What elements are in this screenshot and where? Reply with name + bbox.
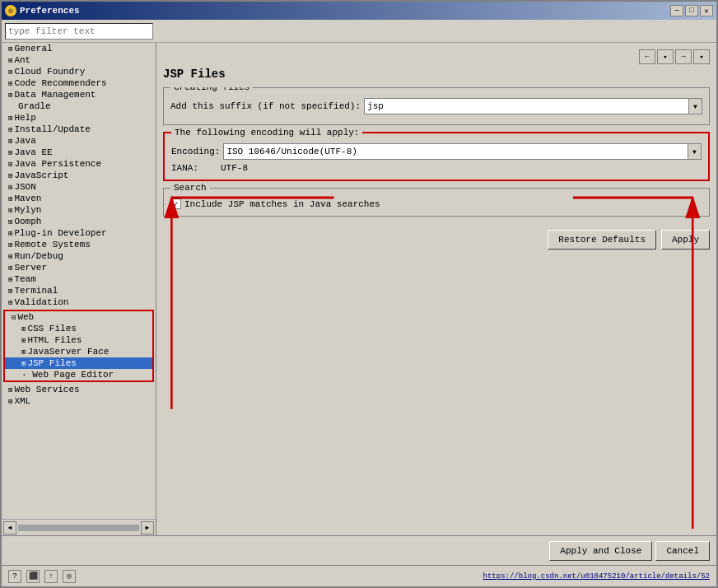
sidebar-item-java[interactable]: ⊞Java bbox=[2, 135, 156, 147]
apply-button[interactable]: Apply bbox=[661, 230, 710, 250]
sidebar-item-server[interactable]: ⊞Server bbox=[2, 262, 156, 273]
sidebar-item-general[interactable]: ⊞General bbox=[2, 43, 156, 54]
sidebar-item-javascript[interactable]: ⊞JavaScript bbox=[2, 170, 156, 181]
restore-defaults-button[interactable]: Restore Defaults bbox=[548, 230, 656, 250]
encoding-value: ISO 10646/Unicode(UTF-8) bbox=[224, 146, 688, 157]
suffix-label: Add this suffix (if not specified): bbox=[170, 101, 361, 111]
close-button[interactable]: ✕ bbox=[700, 5, 713, 16]
sidebar-item-jsp-files[interactable]: ⊞JSP Files bbox=[5, 357, 152, 369]
encoding-label: Encoding: bbox=[171, 147, 220, 156]
scroll-right-button[interactable]: ▶ bbox=[141, 521, 154, 534]
sidebar-item-oomph[interactable]: ⊞Oomph bbox=[2, 216, 156, 227]
creating-files-section: Creating files Add this suffix (if not s… bbox=[163, 87, 710, 125]
sidebar-item-css-files[interactable]: ⊞CSS Files bbox=[5, 323, 152, 334]
creating-files-content: Add this suffix (if not specified): jsp … bbox=[170, 98, 702, 114]
sidebar-item-web-services[interactable]: ⊞Web Services bbox=[2, 384, 156, 395]
sidebar-item-gradle[interactable]: Gradle bbox=[2, 100, 156, 112]
apply-and-close-button[interactable]: Apply and Close bbox=[549, 541, 652, 561]
search-checkbox-row: ✓ Include JSP matches in Java searches bbox=[170, 198, 702, 209]
right-content: Creating files Add this suffix (if not s… bbox=[163, 87, 710, 529]
sidebar-item-web-page-editor[interactable]: · Web Page Editor bbox=[5, 369, 152, 380]
sidebar-item-javaserver-face[interactable]: ⊞JavaServer Face bbox=[5, 346, 152, 357]
sidebar-item-install-update[interactable]: ⊞Install/Update bbox=[2, 124, 156, 135]
creating-files-legend: Creating files bbox=[170, 87, 253, 92]
sidebar-item-validation[interactable]: ⊞Validation bbox=[2, 296, 156, 308]
back-button[interactable]: ← bbox=[639, 49, 655, 64]
titlebar: ⚙ Preferences ─ □ ✕ bbox=[2, 2, 716, 20]
main-area: ⊞General ⊞Ant ⊞Cloud Foundry ⊞Code Recom… bbox=[2, 43, 716, 535]
tree-area: ⊞General ⊞Ant ⊞Cloud Foundry ⊞Code Recom… bbox=[2, 43, 156, 519]
iana-value: UTF-8 bbox=[221, 163, 248, 173]
suffix-row: Add this suffix (if not specified): jsp … bbox=[170, 98, 702, 114]
encoding-content: Encoding: ISO 10646/Unicode(UTF-8) ▼ IAN… bbox=[171, 143, 702, 173]
sidebar-item-terminal[interactable]: ⊞Terminal bbox=[2, 285, 156, 296]
window-title: Preferences bbox=[20, 6, 80, 16]
iana-row: IANA: UTF-8 bbox=[171, 163, 702, 173]
panel-title: JSP Files bbox=[163, 68, 710, 81]
window-icon: ⚙ bbox=[5, 5, 16, 16]
sidebar-item-web[interactable]: ⊟Web bbox=[5, 311, 152, 323]
search-legend: Search bbox=[170, 183, 210, 193]
minimize-button[interactable]: ─ bbox=[670, 5, 683, 16]
nav-button[interactable]: → bbox=[675, 49, 692, 64]
sidebar-item-ant[interactable]: ⊞Ant bbox=[2, 54, 156, 66]
bottom-bar: Apply and Close Cancel bbox=[2, 535, 716, 565]
sidebar-item-cloud-foundry[interactable]: ⊞Cloud Foundry bbox=[2, 66, 156, 77]
help-icon[interactable]: ? bbox=[8, 570, 21, 583]
search-section: Search ✓ Include JSP matches in Java sea… bbox=[163, 188, 710, 217]
titlebar-buttons: ─ □ ✕ bbox=[670, 5, 713, 16]
encoding-row: Encoding: ISO 10646/Unicode(UTF-8) ▼ bbox=[171, 143, 702, 160]
sidebar-item-xml[interactable]: ⊞XML bbox=[2, 395, 156, 407]
web-highlight-box: ⊟Web ⊞CSS Files ⊞HTML Files ⊞JavaServer … bbox=[3, 310, 154, 382]
scroll-track[interactable] bbox=[18, 525, 139, 531]
status-url: https://blog.csdn.net/u010475210/article… bbox=[483, 572, 710, 581]
sidebar-item-maven[interactable]: ⊞Maven bbox=[2, 193, 156, 204]
search-checkbox-label: Include JSP matches in Java searches bbox=[184, 199, 380, 209]
preferences-window: ⚙ Preferences ─ □ ✕ ⊞General ⊞Ant ⊞Cloud… bbox=[0, 0, 718, 588]
status-icon-2[interactable]: ⬛ bbox=[26, 570, 40, 583]
left-panel: ⊞General ⊞Ant ⊞Cloud Foundry ⊞Code Recom… bbox=[2, 43, 156, 535]
right-panel: ← ▾ → ▾ JSP Files bbox=[156, 43, 716, 535]
status-icon-3[interactable]: ↑ bbox=[44, 570, 58, 583]
encoding-legend: The following encoding will apply: bbox=[171, 128, 362, 138]
scroll-left-button[interactable]: ◀ bbox=[3, 521, 16, 534]
encoding-section: The following encoding will apply: Encod… bbox=[163, 132, 710, 181]
nav-dropdown-button2[interactable]: ▾ bbox=[693, 49, 710, 64]
encoding-select-wrapper: ISO 10646/Unicode(UTF-8) ▼ bbox=[223, 143, 702, 160]
toolbar: ← ▾ → ▾ bbox=[163, 49, 710, 64]
search-checkbox[interactable]: ✓ bbox=[170, 198, 181, 209]
iana-label: IANA: bbox=[171, 163, 221, 173]
sidebar-item-java-persistence[interactable]: ⊞Java Persistence bbox=[2, 158, 156, 170]
suffix-dropdown-button[interactable]: ▼ bbox=[688, 99, 702, 114]
status-bar: ? ⬛ ↑ ◎ https://blog.csdn.net/u010475210… bbox=[2, 565, 716, 586]
cancel-button[interactable]: Cancel bbox=[655, 541, 710, 561]
sidebar-item-team[interactable]: ⊞Team bbox=[2, 273, 156, 285]
maximize-button[interactable]: □ bbox=[685, 5, 698, 16]
sidebar-item-code-recommenders[interactable]: ⊞Code Recommenders bbox=[2, 77, 156, 89]
sidebar-item-help[interactable]: ⊞Help bbox=[2, 112, 156, 124]
sidebar-item-data-management[interactable]: ⊞Data Management bbox=[2, 89, 156, 100]
suffix-select-wrapper: jsp ▼ bbox=[364, 98, 702, 114]
titlebar-left: ⚙ Preferences bbox=[5, 5, 80, 16]
sidebar-item-remote-systems[interactable]: ⊞Remote Systems bbox=[2, 239, 156, 250]
sidebar-item-run-debug[interactable]: ⊞Run/Debug bbox=[2, 250, 156, 262]
tree-scrollbar: ◀ ▶ bbox=[2, 519, 156, 535]
sidebar-item-html-files[interactable]: ⊞HTML Files bbox=[5, 334, 152, 346]
forward-dropdown-button[interactable]: ▾ bbox=[657, 49, 674, 64]
status-icon-4[interactable]: ◎ bbox=[63, 570, 76, 583]
suffix-value: jsp bbox=[365, 100, 688, 112]
apply-restore-row: Restore Defaults Apply bbox=[163, 223, 710, 250]
sidebar-item-mylyn[interactable]: ⊞Mylyn bbox=[2, 204, 156, 216]
filter-bar bbox=[2, 20, 716, 43]
filter-input[interactable] bbox=[5, 23, 153, 40]
sidebar-item-plug-in-developer[interactable]: ⊞Plug-in Developer bbox=[2, 227, 156, 239]
encoding-dropdown-button[interactable]: ▼ bbox=[688, 144, 701, 159]
sidebar-item-java-ee[interactable]: ⊞Java EE bbox=[2, 147, 156, 158]
sidebar-item-json[interactable]: ⊞JSON bbox=[2, 181, 156, 193]
status-icons: ? ⬛ ↑ ◎ bbox=[8, 570, 76, 583]
